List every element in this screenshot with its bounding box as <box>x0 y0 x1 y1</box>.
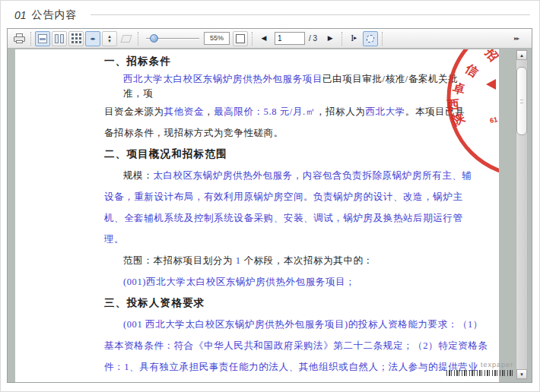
facing-pages-icon <box>55 34 64 43</box>
section-number: 01 <box>14 9 27 21</box>
document-text: 个标段，本次招标为其中的： <box>241 255 373 266</box>
previous-page-icon: ◀ <box>262 35 267 42</box>
document-text: 规模： <box>123 170 153 181</box>
document-line: 基本资格条件：符合《中华人民共和国政府采购法》第二十二条规定；（2）特定资格条 <box>104 335 457 356</box>
document-link-text: 机、全套辅机系统及控制系统设备采购、安装、调试，锅炉房及换热站后期运行管 <box>104 213 463 223</box>
document-text: 备招标条件，现招标方式为竞争性磋商。 <box>104 128 284 138</box>
fit-width-icon: ◂▸ <box>90 36 95 41</box>
fit-height-button[interactable]: ▴▾ <box>102 31 117 46</box>
scroll-down-button[interactable]: ▼ <box>516 369 527 379</box>
viewer-content-area: 一、招标条件西北大学太白校区东锅炉房供热外包服务项目已由项目审批/核准/备案机关… <box>8 49 532 382</box>
print-button[interactable] <box>11 31 27 46</box>
announcement-panel: 01 公告内容 ◂▸ ▴▾ <box>0 0 540 392</box>
next-page-icon: ▶ <box>328 35 333 42</box>
document-link-text: (001 西北大学太白校区东锅炉房供热外包服务项目)的投标人资格能力要求：（1） <box>123 319 483 330</box>
toolbar-separator <box>341 32 342 46</box>
document-heading: 一、招标条件 <box>104 51 457 72</box>
document-line: 范围：本招标项目划分为 1 个标段，本次招标为其中的： <box>104 250 457 271</box>
toolbar-separator <box>252 32 253 46</box>
facing-pages-view-button[interactable] <box>52 31 67 46</box>
document-heading: 三、投标人资格要求 <box>104 292 457 314</box>
document-text: 准，项 <box>123 88 153 99</box>
document-link-text: 太白校区东锅炉房供热外包服务，内容包含负责拆除原锅炉房所有主、辅 <box>153 170 472 181</box>
document-line: (001 西北大学太白校区东锅炉房供热外包服务项目)的投标人资格能力要求：（1） <box>104 314 457 335</box>
document-page: 一、招标条件西北大学太白校区东锅炉房供热外包服务项目已由项目审批/核准/备案机关… <box>15 49 499 382</box>
document-text: 三、投标人资格要求 <box>104 297 205 308</box>
document-link-text: (001)西北大学太白校区东锅炉房供热外包服务项目； <box>123 277 355 287</box>
next-page-button[interactable]: ▶ <box>322 31 338 46</box>
document-text: 一、招标条件 <box>104 55 171 67</box>
viewer-toolbar: ◂▸ ▴▾ 55% ◀ 1 / 3 ▶ <box>8 29 532 49</box>
document-link-text: 西北大学太白校区东锅炉房供热外包服务项目 <box>123 74 322 84</box>
toolbar-separator <box>138 32 138 46</box>
document-text: ，招标人为 <box>316 106 366 117</box>
document-line: 准，项 <box>104 87 457 101</box>
watermark-text: texpaper <box>446 361 513 368</box>
document-text: 已由项目审批/核准/备案机关批 <box>322 74 458 84</box>
hand-tool-icon <box>367 35 374 43</box>
document-line: 设备，重新设计布局，有效利用原锅炉房空间。负责锅炉房的设计、改造，锅炉主 <box>104 186 457 207</box>
header-divider <box>91 14 530 15</box>
thumbnail-grid-view-button[interactable] <box>68 31 84 46</box>
page-total-label: / 3 <box>309 34 317 43</box>
fit-width-button[interactable]: ◂▸ <box>85 31 100 46</box>
toolbar-separator <box>30 32 31 46</box>
fit-page-button[interactable] <box>233 31 248 46</box>
scrollbar-grip <box>520 100 523 103</box>
document-text: ， <box>204 106 214 117</box>
section-header: 01 公告内容 <box>14 7 78 24</box>
document-line: 目资金来源为其他资金，最高限价：5.8 元/月.㎡，招标人为西北大学。本项目已具 <box>104 101 457 122</box>
single-page-view-button[interactable] <box>35 31 50 46</box>
rotate-icon <box>120 35 132 43</box>
rotate-page-button[interactable] <box>119 31 134 46</box>
document-line: 机、全套辅机系统及控制系统设备采购、安装、调试，锅炉房及换热站后期运行管 <box>104 207 457 229</box>
vertical-scrollbar[interactable]: ▲ ▼ <box>516 49 528 380</box>
document-line: 备招标条件，现招标方式为竞争性磋商。 <box>104 122 457 144</box>
document-text: 范围：本招标项目划分为 <box>123 255 236 266</box>
single-page-icon <box>38 34 47 43</box>
document-line: 件：1、具有独立承担民事责任能力的法人、其他组织或自然人；法人参与的提供营业 <box>104 356 457 378</box>
scroll-up-button[interactable]: ▲ <box>516 50 527 60</box>
page-number-input[interactable]: 1 <box>275 32 305 45</box>
grid-view-icon <box>71 33 74 36</box>
text-select-tool-button[interactable]: I▸ <box>346 31 361 46</box>
document-line: (001)西北大学太白校区东锅炉房供热外包服务项目； <box>104 271 457 292</box>
document-line: 理。 <box>104 229 457 250</box>
document-link-text: 1 <box>236 255 241 266</box>
document-link-text: 理。 <box>104 234 124 245</box>
document-link-text: 其他资金 <box>164 106 204 117</box>
document-link-text: 基本资格条件：符合《中华人民共和国政府采购法》第二十二条规定；（2）特定资格条 <box>104 340 488 351</box>
document-line: 执照或法人证书、其他组织参与的提供合法证明文件、自然人参与的提供其身份证 <box>104 378 457 382</box>
document-line: 规模：太白校区东锅炉房供热外包服务，内容包含负责拆除原锅炉房所有主、辅 <box>104 165 457 186</box>
document-line: 西北大学太白校区东锅炉房供热外包服务项目已由项目审批/核准/备案机关批 <box>104 72 457 87</box>
document-link-text: 设备，重新设计布局，有效利用原锅炉房空间。负责锅炉房的设计、改造，锅炉主 <box>104 191 463 202</box>
document-text: 目资金来源为 <box>104 106 164 117</box>
document-link-text: 最高限价：5.8 元/月.㎡ <box>214 106 316 117</box>
printer-icon <box>14 33 25 43</box>
document-text: 。本项目已具 <box>405 106 465 117</box>
document-lines: 一、招标条件西北大学太白校区东锅炉房供热外包服务项目已由项目审批/核准/备案机关… <box>15 51 499 382</box>
document-text: 二、项目概况和招标范围 <box>104 148 227 160</box>
text-select-icon: I▸ <box>351 33 357 44</box>
document-heading: 二、项目概况和招标范围 <box>104 144 457 165</box>
scrollbar-thumb[interactable] <box>516 67 527 135</box>
hand-pan-tool-button[interactable] <box>363 31 378 46</box>
document-link-text: 件：1、具有独立承担民事责任能力的法人、其他组织或自然人；法人参与的提供营业 <box>104 362 478 372</box>
watermark: texpaper <box>446 361 513 376</box>
zoom-slider[interactable] <box>146 32 199 46</box>
previous-page-button[interactable]: ◀ <box>256 31 272 46</box>
document-link-text: 西北大学 <box>365 106 405 117</box>
page-title: 公告内容 <box>32 8 78 22</box>
zoom-level-input[interactable]: 55% <box>204 32 230 45</box>
toolbar-separator <box>382 32 383 46</box>
toolbar-overflow-button[interactable]: ▸▸ <box>509 31 524 46</box>
zoom-slider-thumb[interactable] <box>150 34 158 43</box>
barcode <box>446 370 513 376</box>
fit-height-icon: ▴▾ <box>108 34 111 43</box>
fit-page-icon <box>236 34 245 43</box>
pdf-viewer: ◂▸ ▴▾ 55% ◀ 1 / 3 ▶ <box>7 28 532 383</box>
double-chevron-icon: ▸▸ <box>514 35 519 42</box>
